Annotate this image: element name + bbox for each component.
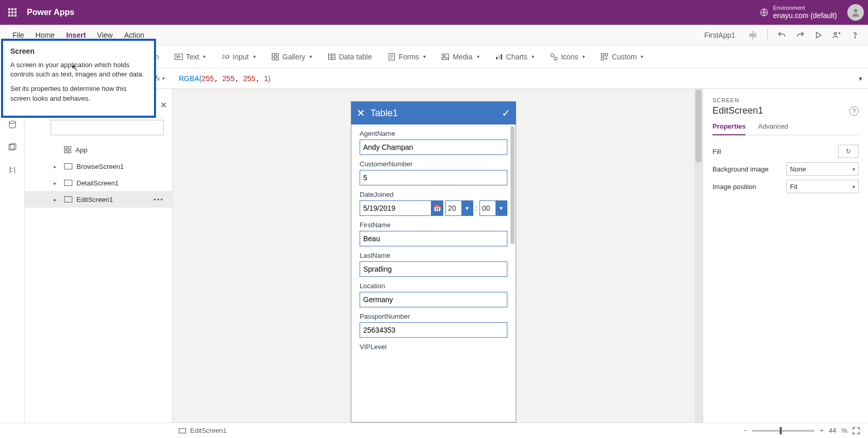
screen-glyph-icon bbox=[64, 196, 72, 202]
fit-to-screen-icon[interactable] bbox=[853, 427, 860, 434]
svg-point-36 bbox=[9, 121, 16, 123]
tree-item-editscreen[interactable]: ▸ EditScreen1 ••• bbox=[25, 191, 172, 208]
gallery-button[interactable]: Gallery▾ bbox=[271, 53, 312, 61]
form-title: Table1 bbox=[370, 108, 497, 119]
submit-icon[interactable]: ✓ bbox=[502, 107, 510, 119]
passport-input[interactable] bbox=[360, 322, 507, 338]
help-icon[interactable] bbox=[850, 30, 860, 40]
cancel-icon[interactable]: ✕ bbox=[357, 107, 365, 119]
field-label: LastName bbox=[360, 252, 507, 259]
background-image-select[interactable]: None▾ bbox=[786, 162, 859, 176]
close-tree-icon[interactable]: ✕ bbox=[160, 100, 167, 110]
expand-formula-icon[interactable]: ▾ bbox=[853, 74, 868, 83]
menu-view[interactable]: View bbox=[97, 31, 113, 39]
chevron-down-icon: ▾ bbox=[582, 54, 585, 59]
svg-rect-23 bbox=[276, 57, 278, 60]
menu-action[interactable]: Action bbox=[124, 31, 144, 39]
tree-view-pane: ✕ App ▸ BrowseScreen1 ▸ DetailScreen1 ▸ … bbox=[25, 89, 173, 423]
chevron-down-icon: ▾ bbox=[532, 54, 534, 59]
chevron-down-icon: ▾ bbox=[461, 201, 473, 215]
svg-point-27 bbox=[444, 55, 445, 56]
chevron-down-icon: ▾ bbox=[853, 184, 855, 190]
tab-properties[interactable]: Properties bbox=[712, 122, 746, 135]
expand-icon[interactable]: ▸ bbox=[54, 180, 60, 186]
tree-item-app[interactable]: App bbox=[25, 142, 172, 158]
info-icon[interactable]: ? bbox=[849, 106, 859, 116]
properties-pane: SCREEN EditScreen1 ? Properties Advanced… bbox=[703, 89, 868, 423]
table-icon bbox=[328, 53, 336, 61]
forms-button[interactable]: Forms▾ bbox=[388, 53, 426, 61]
svg-rect-43 bbox=[179, 428, 186, 433]
charts-button[interactable]: Charts▾ bbox=[495, 53, 534, 61]
svg-rect-1 bbox=[11, 8, 13, 10]
customernumber-input[interactable] bbox=[360, 170, 507, 185]
field-label: CustomerNumber bbox=[360, 160, 507, 168]
data-sources-icon[interactable] bbox=[8, 120, 17, 129]
share-icon[interactable] bbox=[832, 30, 841, 40]
custom-button[interactable]: Custom▾ bbox=[600, 53, 643, 61]
form-scrollbar[interactable] bbox=[510, 127, 515, 420]
zoom-in-icon[interactable]: + bbox=[819, 427, 824, 434]
waffle-icon[interactable] bbox=[4, 4, 21, 21]
left-rail bbox=[0, 89, 25, 423]
svg-rect-28 bbox=[496, 57, 498, 59]
lastname-input[interactable] bbox=[360, 261, 507, 277]
tree-search[interactable] bbox=[51, 120, 164, 135]
user-avatar[interactable] bbox=[847, 4, 864, 21]
menu-file[interactable]: File bbox=[12, 31, 24, 39]
tree-item-detailscreen[interactable]: ▸ DetailScreen1 bbox=[25, 175, 172, 191]
app-node-icon bbox=[64, 146, 71, 153]
svg-rect-5 bbox=[14, 11, 17, 13]
play-icon[interactable] bbox=[814, 31, 823, 39]
status-bar: EditScreen1 − + 44 % bbox=[0, 423, 868, 438]
expand-icon[interactable]: ▸ bbox=[54, 164, 60, 169]
field-label: Location bbox=[360, 282, 507, 290]
screen-glyph-icon bbox=[64, 180, 72, 186]
text-button[interactable]: Text▾ bbox=[175, 53, 206, 61]
formula-input[interactable]: RGBA(255, 255, 255, 1) bbox=[176, 72, 853, 85]
menu-home[interactable]: Home bbox=[36, 31, 55, 39]
properties-crumb: SCREEN bbox=[712, 97, 859, 103]
tooltip-title: Screen bbox=[10, 47, 147, 55]
tab-advanced[interactable]: Advanced bbox=[758, 122, 788, 135]
form-body: AgentName CustomerNumber DateJoined 📅 bbox=[351, 124, 516, 422]
minute-select[interactable]: 00▾ bbox=[479, 200, 507, 216]
device-preview[interactable]: ✕ Table1 ✓ AgentName CustomerNumber Date… bbox=[351, 101, 516, 423]
input-icon bbox=[221, 53, 229, 61]
redo-icon[interactable] bbox=[796, 30, 805, 40]
prop-bg-label: Background image bbox=[712, 165, 786, 173]
svg-rect-32 bbox=[554, 57, 557, 60]
icons-icon bbox=[550, 53, 558, 61]
svg-rect-35 bbox=[601, 57, 604, 60]
agentname-input[interactable] bbox=[360, 139, 507, 155]
hour-select[interactable]: 20▾ bbox=[445, 200, 473, 216]
chevron-down-icon: ▾ bbox=[853, 166, 855, 172]
charts-icon bbox=[495, 53, 503, 61]
fx-icon[interactable]: fx▾ bbox=[155, 74, 176, 83]
expand-icon[interactable]: ▸ bbox=[54, 197, 60, 202]
tree-search-input[interactable] bbox=[51, 120, 164, 135]
svg-rect-41 bbox=[65, 150, 67, 153]
environment-block[interactable]: Environment enayu.com (default) bbox=[773, 5, 837, 20]
app-checker-icon[interactable] bbox=[748, 30, 758, 40]
custom-icon bbox=[600, 53, 609, 61]
zoom-slider[interactable] bbox=[752, 430, 814, 432]
media-button[interactable]: Media▾ bbox=[441, 53, 479, 61]
more-icon[interactable]: ••• bbox=[153, 196, 164, 204]
undo-icon[interactable] bbox=[777, 30, 786, 40]
svg-rect-30 bbox=[501, 54, 502, 59]
media-rail-icon[interactable] bbox=[8, 143, 17, 152]
data-table-button[interactable]: Data table bbox=[328, 53, 372, 61]
image-position-select[interactable]: Fit▾ bbox=[786, 180, 859, 193]
input-button[interactable]: Input▾ bbox=[221, 53, 255, 61]
fill-color-picker[interactable]: ↻ bbox=[838, 145, 859, 158]
field-label: DateJoined bbox=[360, 191, 507, 198]
tree-item-browsescreen[interactable]: ▸ BrowseScreen1 bbox=[25, 158, 172, 175]
zoom-out-icon[interactable]: − bbox=[743, 427, 748, 434]
firstname-input[interactable] bbox=[360, 231, 507, 246]
calendar-icon[interactable]: 📅 bbox=[431, 200, 443, 216]
location-input[interactable] bbox=[360, 292, 507, 307]
variables-icon[interactable] bbox=[8, 165, 17, 175]
canvas-scrollbar[interactable] bbox=[694, 89, 703, 423]
icons-button[interactable]: Icons▾ bbox=[550, 53, 585, 61]
